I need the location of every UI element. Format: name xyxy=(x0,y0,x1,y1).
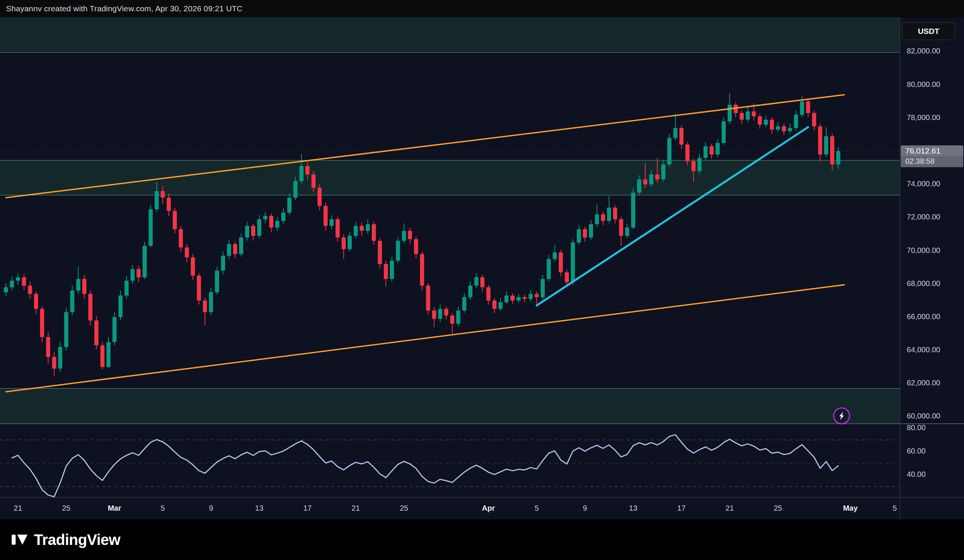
candle xyxy=(703,146,708,158)
candle xyxy=(112,317,117,342)
candle xyxy=(752,111,756,116)
time-tick-label: 9 xyxy=(209,504,213,512)
rsi-tick-label: 60.00 xyxy=(907,447,926,455)
candle xyxy=(836,151,840,164)
candle xyxy=(697,158,702,171)
candle xyxy=(480,278,485,287)
candle xyxy=(360,226,364,231)
candle xyxy=(583,229,587,237)
candle xyxy=(414,239,418,254)
candle xyxy=(661,164,665,180)
chart-canvas[interactable]: 82,000.0080,000.0078,000.0076,000.0074,0… xyxy=(0,17,964,519)
candle xyxy=(179,229,183,248)
time-tick-label: 17 xyxy=(303,504,311,512)
candle xyxy=(76,279,80,291)
candle xyxy=(366,224,370,231)
candle xyxy=(257,219,261,236)
attribution-bar: Shayannv created with TradingView.com, A… xyxy=(0,0,964,17)
price-tick-label: 82,000.00 xyxy=(907,47,940,55)
candle xyxy=(239,237,243,254)
tradingview-logo-text: TradingView xyxy=(34,531,120,548)
candle xyxy=(607,208,611,221)
candle xyxy=(16,278,20,281)
candle xyxy=(649,174,653,184)
candle xyxy=(824,136,829,155)
quick-trade-button[interactable] xyxy=(834,408,850,424)
time-tick-label: Mar xyxy=(108,504,121,512)
candle xyxy=(643,180,647,184)
candle xyxy=(46,337,50,357)
candle xyxy=(233,244,237,254)
candle xyxy=(770,120,774,130)
candle xyxy=(384,264,388,279)
candle xyxy=(529,294,533,299)
candle xyxy=(577,229,581,242)
support-zone-lower xyxy=(0,388,900,424)
candle xyxy=(631,193,635,228)
candle xyxy=(28,286,32,294)
candle xyxy=(420,254,424,286)
candle xyxy=(625,228,629,236)
candle xyxy=(263,216,267,219)
candle xyxy=(764,120,768,125)
price-tick-label: 80,000.00 xyxy=(907,80,940,88)
time-tick-label: 21 xyxy=(14,504,22,512)
last-price-value: 76,012.61 xyxy=(905,146,940,155)
last-price-badge: 76,012.61 02:38:58 xyxy=(901,145,963,167)
candle-countdown: 02:38:58 xyxy=(905,157,935,165)
candle xyxy=(300,166,303,181)
candle xyxy=(209,292,213,312)
candle xyxy=(782,127,786,131)
candle xyxy=(487,287,491,300)
candle xyxy=(613,208,617,219)
candle xyxy=(106,342,110,367)
candle xyxy=(462,297,466,310)
candle xyxy=(565,273,569,282)
candle xyxy=(52,357,56,368)
resistance-zone-upper xyxy=(0,17,900,52)
candle xyxy=(450,315,454,324)
time-tick-label: May xyxy=(843,504,858,512)
candle xyxy=(402,231,406,240)
candle xyxy=(655,174,659,179)
candle xyxy=(275,221,279,228)
candle xyxy=(498,302,503,309)
candle xyxy=(673,128,677,138)
rsi-tick-label: 80.00 xyxy=(907,424,926,432)
candle xyxy=(348,236,352,249)
candle xyxy=(34,294,38,309)
candle xyxy=(227,244,231,256)
candle xyxy=(505,295,509,302)
candle xyxy=(595,214,599,224)
candle xyxy=(197,276,201,300)
candle xyxy=(137,269,141,278)
candle xyxy=(571,242,575,282)
candle xyxy=(794,115,798,128)
candle xyxy=(70,291,74,312)
candle xyxy=(493,301,497,309)
footer-bar: TradingView xyxy=(0,519,964,560)
resistance-zone-mid xyxy=(0,160,900,195)
candle xyxy=(342,237,346,249)
candle xyxy=(511,295,515,300)
time-tick-label: 13 xyxy=(629,504,637,512)
symbol-badge[interactable]: USDT xyxy=(902,23,955,40)
candle xyxy=(64,312,68,347)
rsi-tick-label: 40.00 xyxy=(907,470,926,478)
candle xyxy=(149,209,153,246)
candle xyxy=(82,279,86,294)
price-tick-label: 72,000.00 xyxy=(907,213,940,221)
price-tick-label: 66,000.00 xyxy=(907,312,940,321)
candle xyxy=(100,346,104,367)
candle xyxy=(438,309,442,319)
candle xyxy=(10,281,14,287)
candle xyxy=(318,188,322,206)
tradingview-logo[interactable]: TradingView xyxy=(11,531,120,549)
candle xyxy=(293,181,298,198)
candle xyxy=(143,246,147,278)
candle xyxy=(535,294,539,297)
candle xyxy=(161,191,165,198)
candle xyxy=(758,116,762,125)
time-tick-label: 21 xyxy=(726,504,734,512)
quote-currency-label: USDT xyxy=(918,27,939,36)
